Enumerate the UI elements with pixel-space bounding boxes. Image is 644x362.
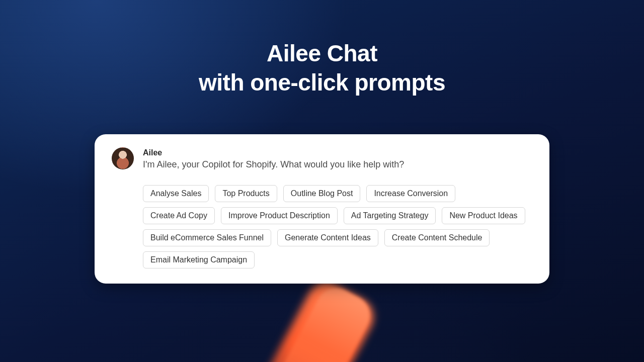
chat-card: Ailee I'm Ailee, your Copilot for Shopif… xyxy=(95,134,549,284)
prompt-chip[interactable]: Email Marketing Campaign xyxy=(143,251,255,268)
background-streak-highlight xyxy=(248,281,377,362)
prompt-chip[interactable]: Create Ad Copy xyxy=(143,207,215,224)
chat-message-row: Ailee I'm Ailee, your Copilot for Shopif… xyxy=(112,147,532,171)
prompt-chip[interactable]: New Product Ideas xyxy=(442,207,525,224)
prompt-chip[interactable]: Generate Content Ideas xyxy=(277,229,378,246)
prompt-chip[interactable]: Top Products xyxy=(215,185,277,202)
prompt-chip[interactable]: Build eCommerce Sales Funnel xyxy=(143,229,271,246)
avatar xyxy=(112,147,134,169)
prompt-chip[interactable]: Improve Product Description xyxy=(221,207,338,224)
chat-message-body: Ailee I'm Ailee, your Copilot for Shopif… xyxy=(143,147,532,171)
hero-line-1: Ailee Chat xyxy=(267,40,377,66)
prompt-chip[interactable]: Analyse Sales xyxy=(143,185,209,202)
prompt-chip-list: Analyse Sales Top Products Outline Blog … xyxy=(143,185,532,268)
prompt-chip[interactable]: Create Content Schedule xyxy=(384,229,490,246)
hero-heading: Ailee Chat with one-click prompts xyxy=(0,39,644,97)
prompt-chip[interactable]: Outline Blog Post xyxy=(283,185,361,202)
background-streak xyxy=(233,276,381,362)
chat-message-text: I'm Ailee, your Copilot for Shopify. Wha… xyxy=(143,158,532,171)
hero-line-2: with one-click prompts xyxy=(199,69,445,96)
prompt-chip[interactable]: Increase Conversion xyxy=(366,185,455,202)
chat-sender-name: Ailee xyxy=(143,148,532,157)
prompt-chip[interactable]: Ad Targeting Strategy xyxy=(344,207,436,224)
